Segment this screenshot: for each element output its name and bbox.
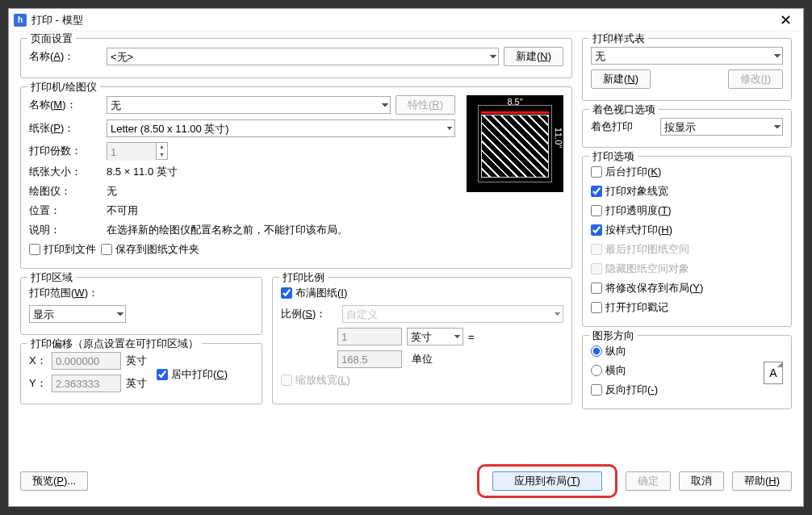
desc-label: 说明： xyxy=(29,223,102,237)
opt-save-layout[interactable]: 将修改保存到布局(Y) xyxy=(591,281,783,295)
printer-name-select[interactable]: 无 xyxy=(107,96,391,114)
scale-den-input[interactable] xyxy=(337,350,402,368)
help-button[interactable]: 帮助(H) xyxy=(732,471,792,491)
orient-legend: 图形方向 xyxy=(589,329,638,343)
titlebar[interactable]: h 打印 - 模型 ✕ xyxy=(9,9,803,31)
ok-button: 确定 xyxy=(626,471,671,491)
scale-legend: 打印比例 xyxy=(279,270,328,285)
y-label: Y： xyxy=(29,376,47,391)
opt-withstyles[interactable]: 按样式打印(H) xyxy=(591,223,783,237)
style-edit-button: 修改(I) xyxy=(728,69,783,89)
y-unit: 英寸 xyxy=(126,376,147,391)
paper-preview: 8.5″ 11.0″ xyxy=(467,95,563,192)
style-new-button[interactable]: 新建(N) xyxy=(591,69,651,89)
preview-button[interactable]: 预览(P)... xyxy=(20,471,88,491)
paper-select[interactable]: Letter (8.50 x 11.00 英寸) xyxy=(107,119,455,137)
print-dialog: h 打印 - 模型 ✕ 页面设置 名称(A)： <无> 新建(N) 打印机/绘图… xyxy=(8,8,804,507)
style-legend: 打印样式表 xyxy=(589,31,648,46)
desc-value: 在选择新的绘图仪配置名称之前，不能打印该布局。 xyxy=(107,223,348,237)
print-to-file-check[interactable]: 打印到文件 xyxy=(29,242,96,257)
style-group: 打印样式表 无 新建(N) 修改(I) xyxy=(582,38,792,101)
x-label: X： xyxy=(29,354,47,368)
orientation-icon: A xyxy=(764,362,783,384)
page-name-select[interactable]: <无> xyxy=(107,48,499,65)
fit-check[interactable]: 布满图纸(I) xyxy=(281,286,563,300)
options-legend: 打印选项 xyxy=(589,149,638,164)
page-setup-legend: 页面设置 xyxy=(27,31,76,46)
y-input[interactable] xyxy=(52,375,121,392)
plotter-value: 无 xyxy=(107,184,117,199)
opt-transparency[interactable]: 打印透明度(T) xyxy=(591,203,783,218)
scale-lw-check: 缩放线宽(L) xyxy=(281,373,563,387)
scale-den-unit: 单位 xyxy=(407,352,463,366)
scale-group: 打印比例 布满图纸(I) 比例(S)： 自定义 英寸 = 单位 xyxy=(272,277,572,404)
style-select[interactable]: 无 xyxy=(591,47,783,65)
x-unit: 英寸 xyxy=(126,354,147,368)
app-icon: h xyxy=(14,14,27,27)
printer-props-button: 特性(R) xyxy=(396,95,455,115)
opt-hide-ps: 隐藏图纸空间对象 xyxy=(591,262,783,276)
shade-group: 着色视口选项 着色打印 按显示 xyxy=(582,109,792,148)
papersize-label: 纸张大小： xyxy=(29,165,102,179)
opt-background[interactable]: 后台打印(K) xyxy=(591,165,783,179)
what-label: 打印范围(W)： xyxy=(29,286,98,300)
shade-label: 着色打印 xyxy=(591,119,655,134)
apply-layout-button[interactable]: 应用到布局(T) xyxy=(492,471,602,491)
copies-input[interactable] xyxy=(107,143,156,161)
x-input[interactable] xyxy=(52,352,121,370)
orient-group: 图形方向 纵向 横向 反向打印(-) A xyxy=(582,335,792,409)
what-select[interactable]: 显示 xyxy=(29,305,126,323)
copies-spinner[interactable]: ▲▼ xyxy=(107,142,168,160)
cancel-button[interactable]: 取消 xyxy=(679,471,724,491)
close-icon[interactable]: ✕ xyxy=(773,11,798,29)
shade-legend: 着色视口选项 xyxy=(589,103,659,117)
page-setup-group: 页面设置 名称(A)： <无> 新建(N) xyxy=(20,38,572,78)
eq-label: = xyxy=(468,331,475,343)
window-title: 打印 - 模型 xyxy=(31,13,773,27)
area-legend: 打印区域 xyxy=(27,270,76,285)
scale-select: 自定义 xyxy=(342,305,563,323)
apply-highlight: 应用到布局(T) xyxy=(477,464,617,498)
options-group: 打印选项 后台打印(K) 打印对象线宽 打印透明度(T) 按样式打印(H) 最后… xyxy=(582,156,792,327)
copies-label: 打印份数： xyxy=(29,144,102,158)
printer-name-label: 名称(M)： xyxy=(29,98,102,112)
papersize-value: 8.5 × 11.0 英寸 xyxy=(107,165,178,179)
where-value: 不可用 xyxy=(107,203,138,218)
printer-group: 打印机/绘图仪 名称(M)： 无 特性(R) 纸张(P)： Letter (8.… xyxy=(20,86,572,269)
offset-group: 打印偏移（原点设置在可打印区域） X： 英寸 Y： xyxy=(20,343,262,404)
opt-lineweights[interactable]: 打印对象线宽 xyxy=(591,184,783,199)
orient-upside[interactable]: 反向打印(-) xyxy=(591,383,764,397)
page-name-label: 名称(A)： xyxy=(29,49,102,64)
opt-ps-last: 最后打印图纸空间 xyxy=(591,242,783,257)
printer-legend: 打印机/绘图仪 xyxy=(27,80,100,94)
scale-num-input[interactable] xyxy=(337,328,402,345)
plotter-label: 绘图仪： xyxy=(29,184,102,199)
orient-landscape[interactable]: 横向 xyxy=(591,363,764,378)
offset-legend: 打印偏移（原点设置在可打印区域） xyxy=(27,337,202,351)
page-new-button[interactable]: 新建(N) xyxy=(504,47,563,66)
save-dwf-check[interactable]: 保存到图纸文件夹 xyxy=(101,242,199,257)
opt-stamp[interactable]: 打开打印戳记 xyxy=(591,300,783,315)
scale-num-unit[interactable]: 英寸 xyxy=(407,328,463,345)
shade-select[interactable]: 按显示 xyxy=(660,118,783,136)
spin-down-icon[interactable]: ▼ xyxy=(157,151,167,159)
area-group: 打印区域 打印范围(W)： 显示 xyxy=(20,277,262,335)
center-check[interactable]: 居中打印(C) xyxy=(157,367,228,382)
spin-up-icon[interactable]: ▲ xyxy=(157,143,167,151)
where-label: 位置： xyxy=(29,203,102,218)
scale-label: 比例(S)： xyxy=(281,307,337,321)
orient-portrait[interactable]: 纵向 xyxy=(591,344,764,358)
paper-label: 纸张(P)： xyxy=(29,121,102,136)
